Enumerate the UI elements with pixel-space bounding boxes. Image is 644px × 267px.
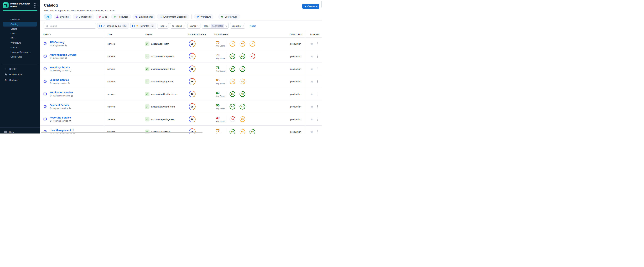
scorecard-ring[interactable]: 55 bbox=[239, 78, 246, 85]
sidebar-item-harness-develope[interactable]: Harness Develope... bbox=[3, 50, 37, 54]
copy-icon[interactable] bbox=[69, 107, 71, 110]
entity-name-link[interactable]: Authentication Service bbox=[50, 54, 76, 56]
tab-resources[interactable]: Resources bbox=[111, 14, 131, 20]
type-dropdown[interactable]: Type bbox=[158, 23, 168, 28]
scope-dropdown[interactable]: Scope bbox=[170, 23, 186, 28]
row-menu-button[interactable] bbox=[316, 104, 318, 109]
tab-user-groups[interactable]: User Groups bbox=[218, 14, 240, 20]
sidebar-item-workflows[interactable]: Workflows bbox=[3, 40, 37, 45]
scorecard-ring[interactable]: 78 bbox=[239, 91, 246, 97]
reset-filters-link[interactable]: Reset bbox=[250, 25, 256, 27]
entity-name-link[interactable]: User Management UI bbox=[50, 129, 75, 132]
sidebar-item-catalog[interactable]: Catalog bbox=[3, 22, 37, 26]
search-input[interactable] bbox=[50, 25, 94, 27]
tab-components[interactable]: ⚙Components bbox=[73, 14, 94, 20]
copy-icon[interactable] bbox=[70, 70, 72, 72]
entity-name-link[interactable]: Notification Service bbox=[50, 91, 73, 94]
owned-by-me-filter[interactable]: Owned by me 21 bbox=[97, 23, 129, 28]
scorecard-ring[interactable]: 92 bbox=[229, 103, 236, 110]
svg-text:65: 65 bbox=[191, 80, 193, 83]
tab-apis[interactable]: APIs bbox=[96, 14, 110, 20]
copy-icon[interactable] bbox=[65, 57, 67, 59]
create-button[interactable]: + Create bbox=[302, 4, 320, 9]
sidebar-item-create[interactable]: Create bbox=[0, 66, 40, 72]
entity-name-link[interactable]: Reporting Service bbox=[50, 116, 71, 119]
favorite-star-button[interactable]: ★ bbox=[310, 42, 314, 46]
tab-all[interactable]: All bbox=[44, 14, 52, 20]
scorecard-ring[interactable]: 70 bbox=[229, 78, 236, 85]
tags-dropdown-label: Tags bbox=[204, 25, 208, 27]
scorecard-ring[interactable]: 80 bbox=[229, 128, 236, 134]
avg-score-value: 82 bbox=[216, 91, 226, 95]
sidebar-item-apis[interactable]: APIs bbox=[3, 36, 37, 40]
entity-name-link[interactable]: Payment Service bbox=[50, 104, 71, 106]
search-box[interactable] bbox=[44, 23, 96, 28]
scorecard-ring[interactable]: 65 bbox=[239, 128, 246, 134]
sidebar-item-code-pulse[interactable]: Code Pulse bbox=[3, 54, 37, 59]
entity-id: ID: api-gateway bbox=[50, 44, 67, 47]
favorite-star-button[interactable]: ★ bbox=[310, 92, 314, 96]
sidebar-item-configure[interactable]: ⚙Configure bbox=[0, 77, 40, 83]
scorecard-ring[interactable]: 41 bbox=[249, 53, 256, 60]
row-menu-button[interactable] bbox=[316, 54, 318, 58]
scorecard-ring[interactable]: 85 bbox=[229, 91, 236, 97]
column-header-scorecards: Scorecards bbox=[214, 31, 288, 38]
owner-dropdown[interactable]: Owner bbox=[188, 23, 200, 28]
copy-icon[interactable] bbox=[71, 95, 73, 97]
scorecard-ring[interactable]: 65 bbox=[239, 116, 246, 122]
sidebar-item-random[interactable]: random bbox=[3, 45, 37, 50]
owned-by-me-checkbox[interactable] bbox=[99, 25, 102, 27]
horizontal-scrollbar[interactable] bbox=[41, 132, 202, 133]
scorecard-ring[interactable]: 80 bbox=[229, 66, 236, 72]
favorite-star-button[interactable]: ★ bbox=[310, 130, 314, 134]
row-menu-button[interactable] bbox=[316, 42, 318, 46]
favorite-star-button[interactable]: ★ bbox=[310, 80, 314, 83]
column-header-name[interactable]: Name ▲ bbox=[40, 31, 104, 38]
app-switcher-icon[interactable] bbox=[34, 3, 37, 8]
favorite-star-button[interactable]: ★ bbox=[310, 105, 314, 108]
row-menu-button[interactable] bbox=[316, 92, 318, 96]
scorecard-ring[interactable]: 80 bbox=[239, 53, 246, 60]
avg-score-label: Avg Score bbox=[216, 70, 226, 72]
entity-name-link[interactable]: Logging Service bbox=[50, 78, 70, 81]
copy-icon[interactable] bbox=[69, 120, 71, 122]
entity-name-link[interactable]: Inventory Service bbox=[50, 66, 71, 69]
sidebar-item-docs[interactable]: Docs bbox=[3, 31, 37, 36]
favorite-star-button[interactable]: ★ bbox=[310, 67, 314, 71]
tab-systems[interactable]: Systems bbox=[54, 14, 71, 20]
scorecard-ring[interactable]: 76 bbox=[239, 66, 246, 72]
type-cell: service bbox=[104, 75, 145, 88]
row-menu-button[interactable] bbox=[316, 130, 318, 134]
tags-dropdown[interactable]: Tags 01 selected bbox=[202, 23, 229, 28]
service-gear-icon: ⚙ bbox=[43, 117, 47, 122]
favorites-checkbox[interactable] bbox=[132, 25, 135, 27]
sidebar-item-environments[interactable]: Environments bbox=[0, 72, 40, 77]
chevron-down-icon bbox=[197, 25, 199, 26]
tab-environment-blueprints[interactable]: AEnvironment Blueprints bbox=[157, 14, 189, 20]
row-menu-button[interactable] bbox=[316, 67, 318, 71]
favorite-star-button[interactable]: ★ bbox=[310, 118, 314, 121]
entity-name-link[interactable]: API Gateway bbox=[50, 41, 67, 44]
column-header-lifecycle[interactable]: Lifecycle ▲▼ bbox=[288, 31, 305, 38]
scorecard-ring[interactable]: 75 bbox=[229, 40, 236, 47]
scorecard-ring[interactable]: 90 bbox=[229, 53, 236, 60]
vertical-scrollbar[interactable] bbox=[320, 1, 322, 8]
copy-icon[interactable] bbox=[65, 44, 67, 46]
lifecycle-dropdown[interactable]: Lifecycle bbox=[230, 23, 245, 28]
scorecard-ring[interactable]: 75 bbox=[249, 40, 256, 47]
scorecard-ring[interactable]: 14 bbox=[229, 116, 236, 122]
scorecard-ring[interactable]: 83 bbox=[239, 103, 246, 110]
row-menu-button[interactable] bbox=[316, 117, 318, 122]
sidebar-item-overview[interactable]: Overview bbox=[3, 17, 37, 22]
favorite-star-button[interactable]: ★ bbox=[310, 54, 314, 58]
tab-workflows[interactable]: Workflows bbox=[194, 14, 213, 20]
sidebar-item-create[interactable]: Create bbox=[3, 26, 37, 31]
sidebar-item-help[interactable]: Help bbox=[0, 130, 40, 134]
tab-environments[interactable]: Environments bbox=[132, 14, 155, 20]
scorecard-ring[interactable]: 80 bbox=[249, 128, 256, 134]
row-menu-button[interactable] bbox=[316, 80, 318, 84]
plus-icon: + bbox=[304, 5, 306, 8]
scorecard-ring[interactable]: 60 bbox=[239, 40, 246, 47]
favorites-filter[interactable]: ★ Favorites 0 bbox=[130, 23, 156, 28]
copy-icon[interactable] bbox=[68, 82, 70, 84]
